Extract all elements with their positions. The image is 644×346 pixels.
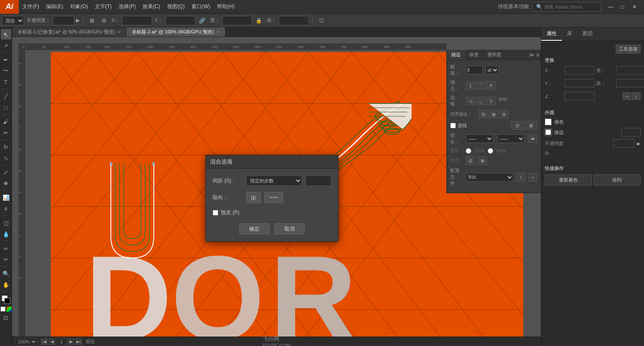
graph-tool[interactable]: 📊	[1, 192, 11, 203]
transform-icon[interactable]: ⊞	[87, 15, 97, 26]
menu-help[interactable]: 帮助(H)	[214, 0, 238, 13]
eyedropper-tool[interactable]: 💧	[1, 229, 11, 239]
menu-edit[interactable]: 编辑(E)	[43, 0, 67, 13]
symbol-tool[interactable]: ❋	[1, 178, 11, 188]
menu-select[interactable]: 选择(P)	[115, 0, 139, 13]
page-prev[interactable]: ◀	[49, 338, 55, 345]
selection-tool[interactable]: ↖	[1, 29, 11, 39]
spacing-value-input[interactable]: 2	[305, 176, 331, 186]
close-button[interactable]: ✕	[629, 1, 641, 13]
orient-btn-1[interactable]: |‖|	[246, 192, 261, 203]
align-icon[interactable]: ⊟	[99, 15, 109, 26]
tab-1-close[interactable]: ✕	[117, 30, 121, 34]
menu-window[interactable]: 窗口(W)	[188, 0, 214, 13]
x-input[interactable]: 101.045	[122, 16, 152, 25]
rotate-tool[interactable]: ↻	[1, 142, 11, 152]
pencil-tool[interactable]: ✏	[1, 127, 11, 138]
preview-label[interactable]: 预览 (P)	[221, 209, 239, 216]
scissors-tool[interactable]: ✂	[1, 254, 11, 264]
arrange-button[interactable]: 排列	[594, 174, 641, 185]
opacity-expand-icon[interactable]: ▶	[637, 141, 641, 146]
tab-1[interactable]: 未标题-1 [已恢复].ai* @ 50% (RGB/GPU 预览) ✕	[12, 27, 126, 36]
menu-file[interactable]: 文件(F)	[19, 0, 43, 13]
search-input[interactable]	[544, 4, 596, 9]
tab-2[interactable]: 未标题-2.ai* @ 100% (RGB/GPU 预览) ✕	[126, 27, 225, 36]
layers-tab[interactable]: 图层	[577, 27, 598, 41]
hand-tool[interactable]: ✋	[1, 279, 11, 290]
search-icon: 🔍	[536, 4, 543, 10]
stroke-width-input[interactable]: 3 pt	[621, 128, 641, 137]
constrain-icon[interactable]: 🔒	[254, 15, 264, 26]
opacity-input[interactable]: 100%	[53, 16, 74, 25]
zoom-tool[interactable]: 🔍	[1, 268, 11, 279]
zoom-select[interactable]: 100%	[15, 338, 37, 346]
artboard-tool[interactable]: ⊡	[1, 313, 11, 323]
menu-text[interactable]: 文字(T)	[92, 0, 115, 13]
gradient-icon[interactable]	[6, 307, 12, 312]
confirm-button[interactable]: 确定	[239, 223, 269, 234]
link-icon[interactable]: 🔗	[197, 15, 208, 26]
fill-stroke-colors[interactable]	[1, 294, 11, 305]
gradient-tool[interactable]: ◫	[1, 218, 11, 228]
dialog-title-bar[interactable]: 混合选项	[206, 155, 338, 169]
orient-btn-2[interactable]: 〜〜	[264, 192, 283, 203]
y-coord-input[interactable]: 497.903	[565, 79, 595, 88]
angle-input[interactable]: 0°	[565, 92, 595, 100]
flip-h-icon[interactable]: ↔	[623, 92, 631, 100]
fill-swatch[interactable]	[545, 118, 552, 125]
w-input[interactable]: 160.168	[222, 16, 252, 25]
tab-2-close[interactable]: ✕	[217, 30, 220, 34]
h-input[interactable]: 195.321	[279, 16, 309, 25]
library-tab[interactable]: 库	[562, 27, 577, 41]
warp-tool[interactable]: ⤢	[1, 167, 11, 177]
x-coord-input[interactable]: 101.045	[565, 66, 595, 75]
canvas-content[interactable]: 0 50 100 150 200 250 300 350 400 450 500…	[18, 43, 541, 346]
preview-checkbox[interactable]	[213, 210, 218, 215]
maximize-button[interactable]: □	[617, 1, 629, 13]
properties-tab[interactable]: 属性	[541, 27, 562, 41]
svg-text:450: 450	[212, 45, 218, 49]
tool-sep-7	[2, 215, 10, 216]
opacity-panel-input[interactable]: 100%	[613, 139, 635, 148]
svg-text:2: 2	[18, 63, 21, 64]
rectangle-tool[interactable]: □	[1, 102, 11, 112]
type-tool[interactable]: T	[1, 77, 11, 87]
tool-sep-10	[2, 291, 10, 292]
opacity-arrow[interactable]: ▶	[76, 18, 79, 23]
recolor-button[interactable]: 重新着色	[545, 174, 592, 185]
menu-object[interactable]: 对象(O)	[67, 0, 91, 13]
fx-label[interactable]: fx.	[545, 150, 550, 156]
curvature-tool[interactable]: 〜	[1, 66, 11, 76]
page-next[interactable]: ▶	[67, 338, 74, 345]
spacing-select[interactable]: 指定的步数 指定的距离 平滑颜色	[246, 176, 302, 186]
cancel-button[interactable]: 取消	[275, 223, 305, 234]
stroke-swatch[interactable]	[545, 129, 552, 136]
blend-tool[interactable]: ∞	[1, 243, 11, 253]
h-coord-input[interactable]: 195.321	[616, 79, 644, 88]
page-nav: |◀ ◀ ▶ ▶|	[41, 338, 82, 346]
page-input[interactable]	[56, 338, 67, 346]
page-first[interactable]: |◀	[41, 338, 48, 345]
y-input[interactable]: 497.903	[165, 16, 195, 25]
stroke-color[interactable]	[4, 298, 10, 304]
menu-view[interactable]: 视图(Q)	[164, 0, 188, 13]
blend-mode-select[interactable]: 混合	[2, 16, 24, 25]
paintbrush-tool[interactable]: 🖌	[1, 116, 11, 127]
line-tool[interactable]: ╱	[1, 91, 11, 101]
flip-v-icon[interactable]: ↕	[632, 92, 641, 100]
tool-options-button[interactable]: 工具选项	[616, 45, 641, 54]
page-last[interactable]: ▶|	[75, 338, 82, 345]
opacity-panel-label: 不透明度	[545, 140, 564, 147]
menu-effect[interactable]: 效果(C)	[139, 0, 164, 13]
direct-selection-tool[interactable]: ↗	[1, 40, 11, 51]
minimize-button[interactable]: —	[604, 1, 617, 13]
canvas-bg[interactable]: D O R	[25, 50, 541, 337]
transform-more[interactable]: ⬡	[316, 15, 327, 26]
svg-text:200: 200	[104, 45, 110, 49]
canvas-area[interactable]: 未标题-1 [已恢复].ai* @ 50% (RGB/GPU 预览) ✕ 未标题…	[12, 27, 541, 346]
mesh-tool[interactable]: #	[1, 203, 11, 214]
scale-tool[interactable]: ⤡	[1, 153, 11, 163]
w-coord-input[interactable]: 160.168	[616, 66, 644, 75]
none-color-icon[interactable]	[0, 307, 6, 312]
pen-tool[interactable]: ✒	[1, 55, 11, 65]
